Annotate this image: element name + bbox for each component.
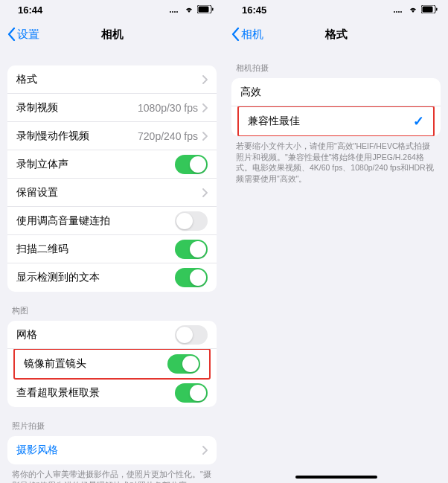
row-detail: 720p/240 fps (138, 130, 198, 142)
signal-icon (169, 4, 181, 16)
row-label: 扫描二维码 (16, 243, 68, 256)
status-icons (169, 4, 214, 16)
highlight-box: 镜像前置镜头 (13, 348, 211, 380)
status-bar: 16:45 (224, 0, 448, 19)
svg-point-9 (398, 11, 400, 13)
row-label: 查看超取景框取景 (16, 386, 100, 400)
settings-row[interactable]: 保留设置 (7, 179, 217, 207)
row-label: 显示检测到的文本 (16, 271, 100, 284)
svg-point-10 (400, 11, 402, 13)
nav-bar: 设置 相机 (0, 19, 224, 49)
svg-point-1 (172, 11, 173, 13)
status-icons (393, 4, 438, 16)
chevron-left-icon (231, 28, 240, 41)
toggle-switch[interactable] (175, 240, 208, 259)
row-label: 录制立体声 (16, 158, 68, 171)
settings-row[interactable]: 网格 (7, 321, 217, 349)
settings-row[interactable]: 录制视频1080p/30 fps (7, 94, 217, 122)
toggle-switch[interactable] (175, 211, 208, 231)
signal-icon (393, 4, 405, 16)
row-label: 兼容性最佳 (248, 115, 300, 128)
toggle-switch[interactable] (175, 325, 208, 345)
row-label: 录制慢动作视频 (16, 129, 89, 143)
svg-point-2 (174, 11, 176, 13)
settings-row[interactable]: 录制慢动作视频720p/240 fps (7, 122, 217, 150)
chevron-left-icon (7, 28, 16, 41)
settings-group-composition: 网格镜像前置镜头查看超取景框取景 (7, 321, 217, 407)
chevron-right-icon (202, 446, 208, 455)
camera-settings-screen: 16:44 设置 相机 格式录制视频1080p/30 fps录制慢动作视频720… (0, 0, 224, 483)
highlight-box: 兼容性最佳✓ (237, 106, 435, 136)
settings-row[interactable]: 使用调高音量键连拍 (7, 207, 217, 235)
formats-screen: 16:45 相机 格式 相机拍摄 高效兼容性最佳✓ 若要缩小文件大小，请使用"高… (224, 0, 448, 483)
row-label: 网格 (16, 328, 37, 342)
wifi-icon (184, 4, 194, 16)
settings-content[interactable]: 格式录制视频1080p/30 fps录制慢动作视频720p/240 fps录制立… (0, 49, 224, 483)
svg-point-0 (170, 11, 171, 13)
home-indicator[interactable] (295, 476, 377, 479)
check-icon: ✓ (413, 113, 424, 129)
settings-row[interactable]: 录制立体声 (7, 150, 217, 179)
row-label: 镜像前置镜头 (24, 357, 86, 371)
settings-row[interactable]: 显示检测到的文本 (7, 263, 217, 292)
settings-row[interactable]: 兼容性最佳✓ (239, 107, 433, 135)
chevron-right-icon (202, 132, 208, 141)
row-label: 格式 (16, 73, 37, 86)
row-label: 高效 (240, 86, 261, 99)
back-label: 设置 (17, 28, 39, 42)
group-header-capture: 相机拍摄 (224, 49, 448, 78)
svg-rect-13 (436, 7, 438, 10)
settings-row[interactable]: 扫描二维码 (7, 235, 217, 263)
toggle-switch[interactable] (167, 354, 200, 374)
group-footer-capture: 将你的个人审美带进摄影作品，使照片更加个性化。"摄影风格"使用先进的场景理解技术… (0, 464, 224, 483)
chevron-right-icon (202, 75, 208, 84)
svg-rect-12 (423, 6, 433, 12)
back-label: 相机 (241, 28, 263, 42)
svg-point-3 (176, 11, 178, 13)
battery-icon (197, 4, 214, 16)
formats-group: 高效兼容性最佳✓ (231, 78, 441, 136)
svg-rect-6 (212, 7, 214, 10)
formats-content[interactable]: 相机拍摄 高效兼容性最佳✓ 若要缩小文件大小，请使用"高效"HEIF/HEVC格… (224, 49, 448, 483)
wifi-icon (408, 4, 418, 16)
settings-group-main: 格式录制视频1080p/30 fps录制慢动作视频720p/240 fps录制立… (7, 65, 217, 292)
settings-row[interactable]: 查看超取景框取景 (7, 379, 217, 407)
toggle-switch[interactable] (175, 268, 208, 287)
toggle-switch[interactable] (175, 155, 208, 174)
group-header-capture: 照片拍摄 (0, 407, 224, 436)
battery-icon (421, 4, 438, 16)
svg-rect-5 (199, 6, 209, 12)
back-button[interactable]: 相机 (231, 28, 263, 42)
chevron-right-icon (202, 188, 208, 197)
chevron-right-icon (202, 103, 208, 112)
toggle-switch[interactable] (175, 383, 208, 403)
settings-row[interactable]: 镜像前置镜头 (15, 350, 209, 378)
row-label: 摄影风格 (16, 444, 58, 457)
svg-point-7 (394, 11, 395, 13)
row-detail: 1080p/30 fps (138, 102, 198, 114)
settings-group-capture: 摄影风格 (7, 436, 217, 464)
back-button[interactable]: 设置 (7, 28, 39, 42)
settings-row[interactable]: 格式 (7, 65, 217, 94)
status-bar: 16:44 (0, 0, 224, 19)
group-header-composition: 构图 (0, 292, 224, 321)
nav-bar: 相机 格式 (224, 19, 448, 49)
row-label: 使用调高音量键连拍 (16, 214, 110, 228)
settings-row[interactable]: 高效 (231, 78, 441, 106)
row-label: 录制视频 (16, 101, 58, 115)
group-footer-formats: 若要缩小文件大小，请使用"高效"HEIF/HEVC格式拍摄照片和视频。"兼容性最… (224, 136, 448, 185)
svg-point-8 (396, 11, 397, 13)
status-time: 16:45 (242, 4, 266, 16)
status-time: 16:44 (18, 4, 42, 16)
row-label: 保留设置 (16, 186, 58, 199)
settings-row[interactable]: 摄影风格 (7, 436, 217, 464)
